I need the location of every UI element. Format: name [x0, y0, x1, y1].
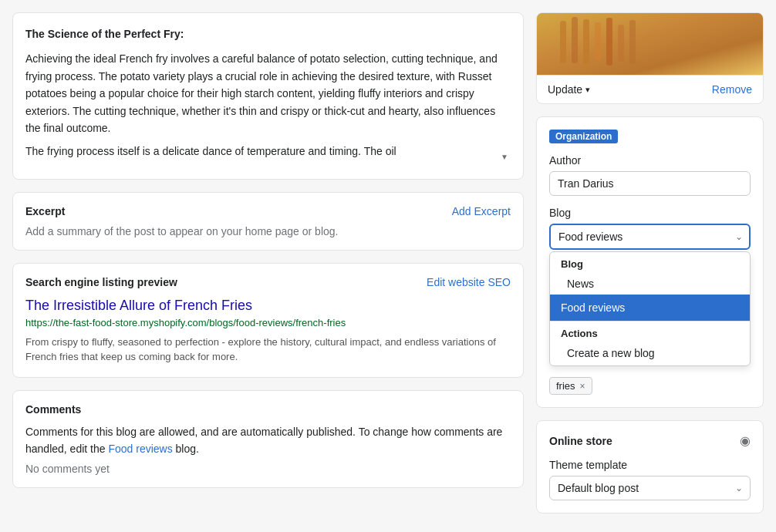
svg-rect-6: [618, 25, 624, 62]
svg-rect-3: [583, 19, 589, 64]
theme-label: Theme template: [549, 459, 751, 471]
excerpt-description: Add a summary of the post to appear on y…: [25, 225, 511, 237]
update-label: Update: [548, 83, 582, 96]
remove-image-link[interactable]: Remove: [712, 83, 752, 96]
article-paragraph-2: The frying process itself is a delicate …: [25, 143, 511, 160]
image-actions: Update ▾ Remove: [537, 75, 763, 103]
seo-header: Search engine listing preview Edit websi…: [25, 276, 511, 288]
svg-rect-2: [572, 17, 578, 63]
blog-label: Blog: [549, 207, 751, 219]
image-preview: [537, 13, 763, 75]
chevron-down-icon: ▾: [585, 85, 590, 95]
tag-label: fries: [556, 380, 575, 392]
author-field-group: Author: [549, 154, 751, 196]
excerpt-title: Excerpt: [25, 205, 65, 217]
comments-card: Comments Comments for this blog are allo…: [12, 390, 524, 488]
comments-desc-suffix: blog.: [173, 443, 199, 455]
tags-row: fries ×: [549, 377, 751, 395]
dropdown-create-blog-item[interactable]: Create a new blog: [550, 342, 750, 365]
svg-rect-5: [606, 18, 612, 66]
image-svg: [537, 13, 763, 75]
svg-rect-7: [629, 20, 636, 64]
comments-title: Comments: [25, 403, 511, 416]
image-card: Update ▾ Remove: [536, 12, 764, 104]
article-paragraph-1: Achieving the ideal French fry involves …: [25, 50, 511, 136]
tag-remove-icon[interactable]: ×: [580, 381, 585, 392]
seo-page-title[interactable]: The Irresistible Allure of French Fries: [25, 298, 511, 314]
author-label: Author: [549, 154, 751, 167]
seo-card: Search engine listing preview Edit websi…: [12, 263, 524, 378]
svg-rect-4: [595, 22, 601, 61]
organization-card: Organization Author Blog Food reviews Ne…: [536, 116, 764, 408]
edit-seo-link[interactable]: Edit website SEO: [427, 276, 511, 288]
online-store-header: Online store ◉: [549, 433, 751, 448]
excerpt-header: Excerpt Add Excerpt: [25, 205, 511, 217]
theme-select[interactable]: Default blog post Custom: [549, 476, 751, 500]
dropdown-news-item[interactable]: News: [550, 273, 750, 295]
update-image-button[interactable]: Update ▾: [548, 83, 590, 96]
blog-field-group: Blog Food reviews News ⌄ Blog News Food …: [549, 207, 751, 366]
comments-desc-prefix: Comments for this blog are allowed, and …: [25, 426, 502, 455]
theme-select-wrapper: Default blog post Custom ⌄: [549, 476, 751, 500]
add-excerpt-link[interactable]: Add Excerpt: [452, 205, 511, 217]
blog-dropdown-menu: Blog News Food reviews Actions Create a …: [549, 251, 751, 366]
article-content: The Science of the Perfect Fry: Achievin…: [25, 25, 511, 167]
seo-title: Search engine listing preview: [25, 276, 177, 288]
eye-icon[interactable]: ◉: [740, 433, 751, 448]
seo-url: https://the-fast-food-store.myshopify.co…: [25, 317, 511, 328]
online-store-card: Online store ◉ Theme template Default bl…: [536, 420, 764, 513]
svg-rect-1: [560, 21, 566, 63]
svg-rect-0: [537, 13, 763, 75]
comments-blog-link[interactable]: Food reviews: [108, 443, 172, 455]
article-title: The Science of the Perfect Fry:: [25, 25, 511, 42]
dropdown-actions-label: Actions: [550, 321, 750, 342]
organization-label: Organization: [549, 130, 618, 143]
seo-description: From crispy to fluffy, seasoned to perfe…: [25, 335, 511, 365]
online-store-title: Online store: [549, 435, 612, 447]
comments-description: Comments for this blog are allowed, and …: [25, 423, 511, 458]
article-text-card: The Science of the Perfect Fry: Achievin…: [12, 12, 524, 180]
excerpt-card: Excerpt Add Excerpt Add a summary of the…: [12, 192, 524, 251]
no-comments-text: No comments yet: [25, 463, 511, 475]
tag-fries: fries ×: [549, 377, 592, 395]
dropdown-food-reviews-item[interactable]: Food reviews: [550, 295, 750, 321]
scroll-indicator: [498, 136, 511, 167]
author-input[interactable]: [549, 171, 751, 196]
dropdown-blog-category: Blog: [550, 252, 750, 273]
blog-select[interactable]: Food reviews News: [549, 224, 751, 250]
blog-select-wrapper: Food reviews News ⌄: [549, 224, 751, 250]
